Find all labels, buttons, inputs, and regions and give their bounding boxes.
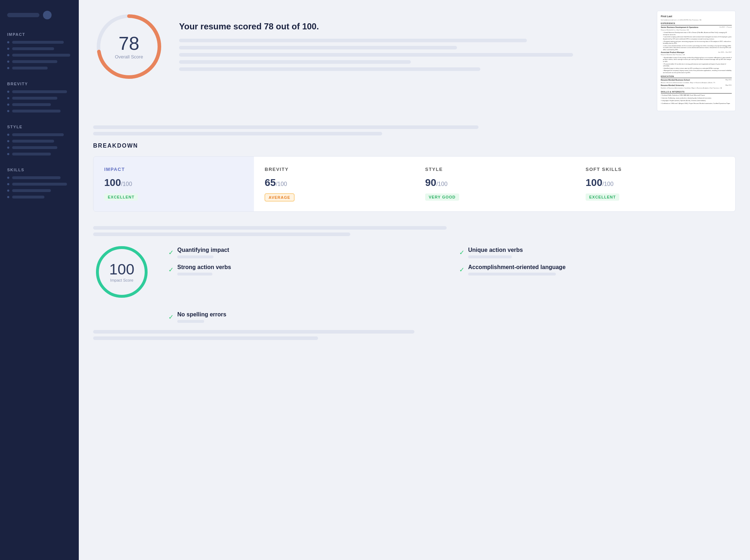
check-icon: ✓ (168, 266, 174, 274)
sidebar-item-bar (12, 153, 51, 155)
check-subbar (468, 273, 556, 276)
score-headline: Your resume scored 78 out of 100. (179, 21, 643, 32)
sidebar-item[interactable] (7, 41, 72, 44)
sidebar-item[interactable] (7, 176, 72, 179)
sidebar-item[interactable] (7, 90, 72, 93)
section-bar (93, 226, 447, 230)
sidebar-item[interactable] (7, 60, 72, 63)
sidebar-item[interactable] (7, 189, 72, 192)
sidebar: IMPACTBREVITYSTYLESKILLS (0, 0, 79, 560)
sidebar-item-bar (12, 189, 51, 192)
impact-detail: 100 Impact Score ✓ Quantifying impact ✓ … (93, 243, 736, 301)
sidebar-item-dot (7, 153, 9, 155)
sidebar-item[interactable] (7, 133, 72, 136)
sidebar-item-dot (7, 134, 9, 136)
sidebar-section-title: STYLE (7, 125, 72, 129)
impact-value: 100 (109, 262, 134, 277)
single-checks: ✓ No spelling errors (168, 311, 736, 323)
score-label: Overall Score (115, 54, 143, 59)
sidebar-item-bar (12, 47, 54, 50)
breakdown-title: BREAKDOWN (93, 143, 736, 149)
check-subbar (177, 320, 204, 323)
sidebar-item-dot (7, 110, 9, 112)
sidebar-section-style: STYLE (0, 119, 79, 162)
check-text: Accomplishment-oriented language (468, 264, 566, 271)
check-item: ✓ Strong action verbs (168, 264, 445, 276)
sidebar-item-dot (7, 97, 9, 99)
check-item: ✓ Accomplishment-oriented language (459, 264, 736, 276)
check-grid: ✓ Quantifying impact ✓ Unique action ver… (168, 247, 736, 276)
sidebar-item-bar (12, 146, 57, 149)
check-item: ✓ Unique action verbs (459, 247, 736, 258)
section-bar (93, 132, 382, 135)
score-bars (179, 39, 643, 71)
sidebar-item[interactable] (7, 153, 72, 155)
sidebar-item-bar (12, 67, 48, 70)
check-subbar (468, 255, 512, 258)
check-text: No spelling errors (177, 311, 226, 318)
sidebar-section-skills: SKILLS (0, 162, 79, 205)
check-text: Strong action verbs (177, 264, 231, 271)
sidebar-item-dot (7, 61, 9, 63)
sidebar-item-dot (7, 140, 9, 142)
score-info: Your resume scored 78 out of 100. (179, 11, 643, 71)
sidebar-item[interactable] (7, 110, 72, 113)
sidebar-item-dot (7, 190, 9, 192)
resume-preview[interactable]: First Last first.last@somemail.com | +1 … (657, 11, 736, 111)
breakdown-badge: EXCELLENT (104, 193, 138, 201)
sidebar-item[interactable] (7, 146, 72, 149)
check-icon: ✓ (459, 266, 465, 274)
sidebar-item-dot (7, 147, 9, 149)
sidebar-item[interactable] (7, 140, 72, 143)
sidebar-item[interactable] (7, 97, 72, 100)
sidebar-item[interactable] (7, 47, 72, 50)
sidebar-header (0, 7, 79, 27)
check-subbar (177, 273, 212, 276)
section-bar (93, 125, 479, 129)
sidebar-item-dot (7, 196, 9, 198)
section-bar (93, 336, 318, 340)
breakdown-col-title: SOFT SKILLS (586, 167, 725, 172)
sidebar-item-bar (12, 60, 57, 63)
impact-overlay: 100 Impact Score (109, 262, 134, 282)
sidebar-item[interactable] (7, 67, 72, 70)
breakdown-badge: EXCELLENT (586, 193, 619, 201)
section-bar (93, 330, 414, 334)
check-icon: ✓ (168, 249, 174, 257)
sidebar-section-brevity: BREVITY (0, 76, 79, 119)
sidebar-section-impact: IMPACT (0, 27, 79, 76)
check-subbar (177, 255, 213, 258)
sidebar-item-bar (12, 90, 67, 93)
sidebar-item-dot (7, 41, 9, 43)
breakdown-score: 100/100 (586, 177, 725, 188)
check-icon: ✓ (459, 249, 465, 257)
sidebar-section-title: SKILLS (7, 168, 72, 172)
score-bar (179, 46, 457, 49)
sidebar-item-dot (7, 54, 9, 56)
score-circle: 78 Overall Score (93, 11, 165, 82)
sidebar-avatar[interactable] (43, 11, 52, 19)
breakdown-col-impact: IMPACT 100/100 EXCELLENT (93, 157, 254, 211)
section-bars-top (93, 125, 736, 135)
impact-circle: 100 Impact Score (93, 243, 150, 301)
impact-checks: ✓ Quantifying impact ✓ Unique action ver… (168, 243, 736, 276)
sidebar-item-bar (12, 176, 61, 179)
sidebar-section-title: IMPACT (7, 32, 72, 37)
breakdown-score: 90/100 (425, 177, 564, 188)
sidebar-item[interactable] (7, 54, 72, 57)
score-bar (179, 39, 527, 42)
sidebar-item-bar (12, 196, 44, 198)
section-bar (93, 233, 350, 236)
breakdown-score: 100/100 (104, 177, 243, 188)
section-bars-bottom (93, 330, 736, 340)
breakdown-badge: AVERAGE (265, 193, 294, 201)
breakdown-col-title: BREVITY (265, 167, 404, 172)
sidebar-item[interactable] (7, 103, 72, 106)
check-item: ✓ Quantifying impact (168, 247, 445, 258)
sidebar-item-bar (12, 54, 70, 57)
sidebar-item[interactable] (7, 183, 72, 186)
sidebar-item-bar (12, 110, 61, 113)
sidebar-item-bar (12, 41, 64, 44)
breakdown-badge: VERY GOOD (425, 193, 459, 201)
sidebar-item[interactable] (7, 196, 72, 198)
